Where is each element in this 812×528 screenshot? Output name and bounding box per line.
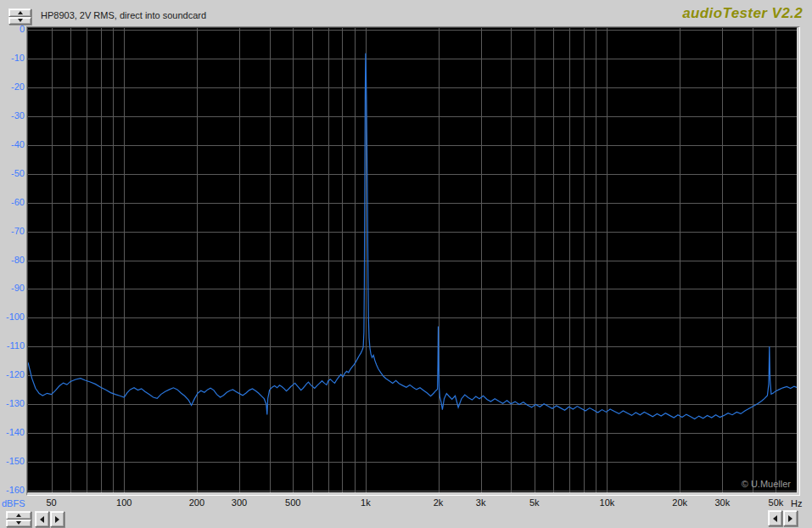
x-axis-tick-label: 1k xyxy=(361,497,371,508)
app-logo: audioTester V2.2 xyxy=(682,5,803,22)
x-axis-tick-label: 500 xyxy=(285,497,300,508)
x-scale-up-button[interactable] xyxy=(6,511,31,520)
y-axis-tick-label: -120 xyxy=(0,369,25,380)
y-axis-tick-label: -150 xyxy=(0,456,25,467)
x-axis-tick-label: 30k xyxy=(714,497,730,508)
y-axis-tick-label: -60 xyxy=(0,197,25,208)
x-axis-tick-label: 10k xyxy=(600,497,615,508)
scroll-left-button[interactable] xyxy=(35,511,49,527)
y-axis-tick-label: -50 xyxy=(0,168,25,179)
y-axis-tick-label: -20 xyxy=(0,81,25,93)
x-axis-tick-label: 300 xyxy=(232,497,247,508)
y-axis-tick-label: -100 xyxy=(0,312,25,323)
right-arrow-icon xyxy=(55,516,59,523)
scroll-right-button[interactable] xyxy=(50,511,64,527)
x-axis-tick-label: 3k xyxy=(476,497,486,508)
y-axis-tick-label: -30 xyxy=(0,110,25,121)
plot-frame: © U.Mueller xyxy=(26,26,800,496)
y-axis-tick-label: -10 xyxy=(0,53,25,64)
down-arrow-icon xyxy=(16,521,21,525)
spectrum-plot-svg xyxy=(28,28,797,492)
y-axis-tick-label: -160 xyxy=(0,485,25,496)
y-axis-tick-label: -90 xyxy=(0,283,25,294)
x-axis-unit-label: Hz xyxy=(791,498,802,508)
y-scale-up-button[interactable] xyxy=(8,8,31,17)
x-axis-tick-label: 200 xyxy=(189,497,204,508)
y-axis-tick-label: -130 xyxy=(0,398,25,409)
y-axis-unit-label: dBFS xyxy=(2,498,25,508)
x-scale-down-button[interactable] xyxy=(6,520,31,528)
left-arrow-icon xyxy=(773,515,777,522)
y-axis-tick-label: -110 xyxy=(0,340,25,351)
y-axis-tick-label: -40 xyxy=(0,139,25,150)
up-arrow-icon xyxy=(16,514,21,517)
y-axis-tick-label: -70 xyxy=(0,226,25,237)
y-scale-spinner xyxy=(8,8,31,25)
scroll-right-button-right[interactable] xyxy=(783,510,798,526)
x-axis-tick-label: 100 xyxy=(116,497,132,508)
up-arrow-icon xyxy=(18,11,23,14)
x-axis-tick-label: 5k xyxy=(529,497,540,508)
y-axis-tick-label: -80 xyxy=(0,255,25,266)
down-arrow-icon xyxy=(18,19,23,22)
spectrum-trace xyxy=(28,53,797,419)
x-axis-tick-label: 50k xyxy=(769,497,784,508)
right-arrow-icon xyxy=(788,515,792,522)
scroll-left-button-right[interactable] xyxy=(768,510,782,526)
app-window: HP8903, 2V RMS, direct into soundcard au… xyxy=(0,0,812,528)
x-axis-tick-label: 20k xyxy=(672,497,687,508)
x-axis-tick-label: 2k xyxy=(434,497,444,508)
spectrum-plot: © U.Mueller xyxy=(27,27,798,493)
y-axis-tick-label: 0 xyxy=(0,24,25,35)
y-axis-tick-label: -140 xyxy=(0,427,25,438)
x-axis-tick-label: 50 xyxy=(46,497,56,508)
chart-title: HP8903, 2V RMS, direct into soundcard xyxy=(41,10,206,20)
x-scale-spinner xyxy=(6,511,31,527)
left-arrow-icon xyxy=(40,516,44,523)
copyright-label: © U.Mueller xyxy=(742,479,791,489)
